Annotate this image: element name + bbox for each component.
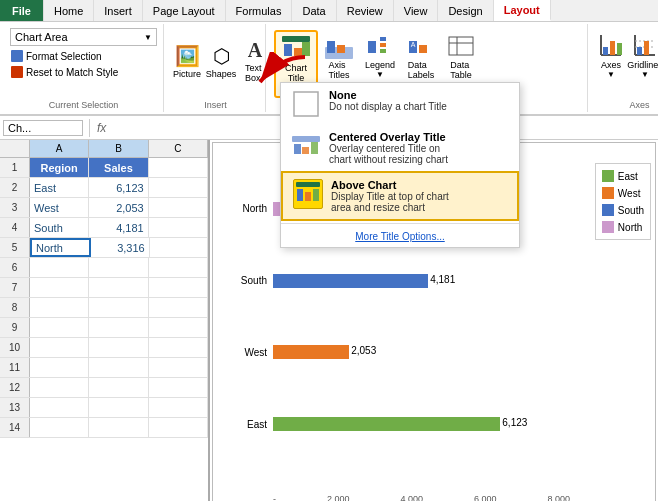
shapes-label: Shapes xyxy=(206,69,237,79)
cell-a1[interactable]: Region xyxy=(30,158,89,177)
insert-items: 🖼️ Picture ⬡ Shapes A Text Box xyxy=(172,26,259,110)
cell-b2[interactable]: 6,123 xyxy=(89,178,148,197)
current-selection-dropdown[interactable]: Chart Area ▼ xyxy=(10,28,157,46)
cell-a5[interactable]: North xyxy=(30,238,91,257)
axes-group-label: Axes xyxy=(590,100,658,110)
reset-icon xyxy=(11,66,23,78)
cell-c3[interactable] xyxy=(149,198,208,217)
svg-rect-32 xyxy=(292,136,320,142)
table-row: 2 East 6,123 xyxy=(0,178,208,198)
chart-title-icon xyxy=(282,36,310,62)
bar-label-south: South xyxy=(223,275,273,286)
cell-b1[interactable]: Sales xyxy=(89,158,148,177)
col-header-a[interactable]: A xyxy=(30,140,89,157)
legend-label: Legend xyxy=(365,60,395,70)
above-chart-icon xyxy=(293,179,323,209)
gridlines-icon xyxy=(631,33,658,59)
data-labels-icon: A xyxy=(407,33,435,59)
cell-b4[interactable]: 4,181 xyxy=(89,218,148,237)
svg-rect-3 xyxy=(302,42,310,56)
tab-review[interactable]: Review xyxy=(337,0,394,21)
legend-button[interactable]: Legend ▼ xyxy=(360,30,400,82)
chart-title-dropdown: None Do not display a chart Title Center… xyxy=(280,82,520,248)
centered-overlay-icon xyxy=(291,131,321,161)
bar-south xyxy=(273,274,428,288)
legend-label-west: West xyxy=(618,188,641,199)
cell-c1[interactable] xyxy=(149,158,208,177)
legend-label-east: East xyxy=(618,171,638,182)
cell-a2[interactable]: East xyxy=(30,178,89,197)
tab-page-layout[interactable]: Page Layout xyxy=(143,0,226,21)
svg-rect-1 xyxy=(284,44,292,56)
centered-overlay-text: Centered Overlay Title Overlay centered … xyxy=(329,131,448,165)
gridlines-button[interactable]: Gridlines ▼ xyxy=(630,30,658,82)
col-header-b[interactable]: B xyxy=(89,140,148,157)
cell-c2[interactable] xyxy=(149,178,208,197)
picture-button[interactable]: 🖼️ Picture xyxy=(172,41,202,82)
data-table-icon xyxy=(447,33,475,59)
bar-label-east: East xyxy=(223,419,273,430)
bar-west xyxy=(273,345,349,359)
cell-c5[interactable] xyxy=(150,238,208,257)
fx-label: fx xyxy=(97,121,106,135)
svg-rect-19 xyxy=(603,47,608,55)
table-row: 9 xyxy=(0,318,208,338)
reset-to-match-style-button[interactable]: Reset to Match Style xyxy=(8,64,159,80)
dropdown-item-above-chart[interactable]: Above Chart Display Title at top of char… xyxy=(281,171,519,221)
shapes-button[interactable]: ⬡ Shapes xyxy=(206,41,236,82)
legend-arrow: ▼ xyxy=(376,70,384,79)
legend-color-south xyxy=(602,204,614,216)
format-selection-button[interactable]: Format Selection xyxy=(8,48,159,64)
cell-b5[interactable]: 3,316 xyxy=(91,238,149,257)
text-box-button[interactable]: A Text Box xyxy=(240,36,270,86)
legend-item-east: East xyxy=(602,170,644,182)
axis-titles-icon xyxy=(325,33,353,59)
bar-value-south: 4,181 xyxy=(430,274,455,285)
axes-button[interactable]: Axes ▼ xyxy=(596,30,626,82)
svg-rect-6 xyxy=(337,45,345,53)
data-labels-label: DataLabels xyxy=(408,60,435,80)
svg-rect-33 xyxy=(294,144,301,154)
name-box[interactable] xyxy=(3,120,83,136)
tab-view[interactable]: View xyxy=(394,0,439,21)
svg-rect-14 xyxy=(449,37,473,55)
gridlines-label: Gridlines xyxy=(627,60,658,70)
svg-rect-21 xyxy=(617,43,622,55)
picture-icon: 🖼️ xyxy=(175,44,200,68)
svg-rect-35 xyxy=(311,142,318,154)
tab-data[interactable]: Data xyxy=(292,0,336,21)
legend-icon xyxy=(366,33,394,59)
bar-value-west: 2,053 xyxy=(351,345,376,356)
above-chart-title: Above Chart xyxy=(331,179,449,191)
cell-a4[interactable]: South xyxy=(30,218,89,237)
current-selection-group: Chart Area ▼ Format Selection Reset to M… xyxy=(4,24,164,112)
none-text: None Do not display a chart Title xyxy=(329,89,447,112)
table-row: 6 xyxy=(0,258,208,278)
tab-home[interactable]: Home xyxy=(44,0,94,21)
format-selection-icon xyxy=(11,50,23,62)
legend-label-south: South xyxy=(618,205,644,216)
bar-row-south: South 4,181 xyxy=(223,251,570,310)
col-header-c[interactable]: C xyxy=(149,140,208,157)
none-icon xyxy=(291,89,321,119)
tab-insert[interactable]: Insert xyxy=(94,0,143,21)
row-num-header xyxy=(0,140,30,157)
cell-c4[interactable] xyxy=(149,218,208,237)
dropdown-item-none[interactable]: None Do not display a chart Title xyxy=(281,83,519,125)
tab-formulas[interactable]: Formulas xyxy=(226,0,293,21)
legend-item-south: South xyxy=(602,204,644,216)
insert-group: 🖼️ Picture ⬡ Shapes A Text Box Insert xyxy=(166,24,266,112)
tab-file[interactable]: File xyxy=(0,0,44,21)
svg-rect-8 xyxy=(380,37,386,41)
table-row: 11 xyxy=(0,358,208,378)
tab-layout[interactable]: Layout xyxy=(494,0,551,21)
dropdown-item-centered-overlay[interactable]: Centered Overlay Title Overlay centered … xyxy=(281,125,519,171)
ribbon-tab-bar: File Home Insert Page Layout Formulas Da… xyxy=(0,0,658,22)
x-axis-labels: - 2,000 4,000 6,000 8,000 xyxy=(273,494,570,501)
cell-b3[interactable]: 2,053 xyxy=(89,198,148,217)
more-title-options[interactable]: More Title Options... xyxy=(281,226,519,247)
bar-row-east: East 6,123 xyxy=(223,395,570,454)
cell-a3[interactable]: West xyxy=(30,198,89,217)
tab-design[interactable]: Design xyxy=(438,0,493,21)
table-row: 5 North 3,316 xyxy=(0,238,208,258)
